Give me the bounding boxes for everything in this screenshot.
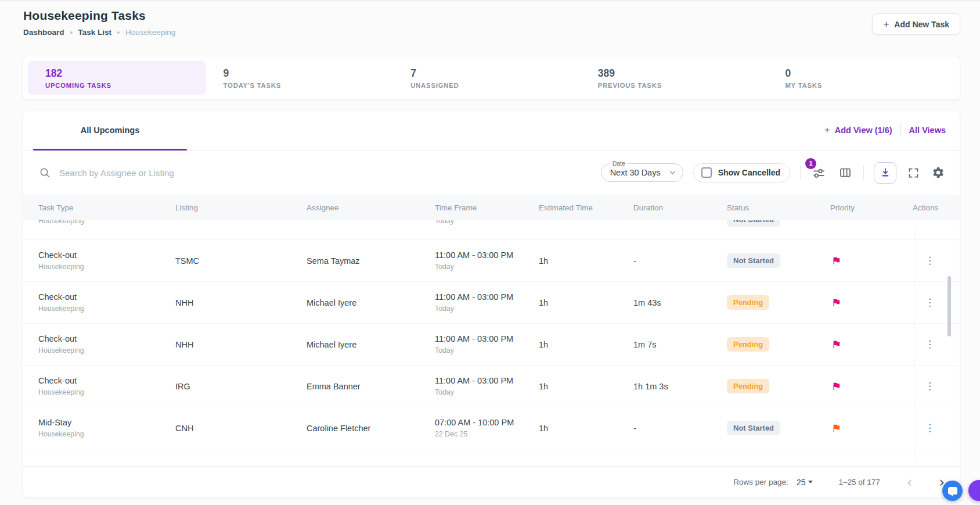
actions-cell: ⋮ — [899, 423, 960, 433]
status-cell: Not Started — [727, 253, 830, 268]
column-header[interactable]: Time Frame — [435, 203, 539, 212]
manage-columns-button[interactable] — [837, 164, 853, 181]
chat-launcher-button[interactable] — [942, 481, 963, 501]
table-row[interactable]: Mid-Stay Housekeeping CNH Caroline Fletc… — [23, 407, 960, 449]
settings-button[interactable] — [931, 165, 946, 180]
priority-cell — [830, 381, 899, 391]
priority-flag-icon[interactable] — [831, 339, 841, 349]
listing-cell: CNH — [175, 424, 307, 433]
stat-card[interactable]: 182 UPCOMING TASKS — [28, 61, 206, 95]
priority-cell — [830, 423, 899, 433]
stat-card[interactable]: 9 TODAY'S TASKS — [211, 56, 398, 99]
export-download-button[interactable] — [874, 162, 896, 184]
breadcrumb-separator — [117, 31, 120, 34]
gear-icon — [932, 166, 945, 179]
filters-button[interactable]: 1 — [810, 164, 827, 181]
priority-flag-icon[interactable] — [831, 256, 841, 266]
task-type-cell: Check-out Housekeeping — [38, 250, 175, 271]
page-title: Housekeeping Tasks — [23, 9, 175, 23]
status-cell: Pending — [727, 337, 830, 352]
rows-per-page-label: Rows per page: — [733, 478, 788, 486]
search-icon — [39, 167, 51, 178]
previous-page-button[interactable]: ‹ — [907, 475, 913, 489]
add-view-button[interactable]: + Add View (1/6) — [824, 125, 892, 135]
rows-per-page-value: 25 — [797, 478, 806, 487]
stats-bar: 182 UPCOMING TASKS 9 TODAY'S TASKS 7 UNA… — [23, 56, 960, 100]
column-header[interactable]: Estimated Time — [539, 203, 633, 212]
table-row[interactable]: Check-out Housekeeping NHH Michael Iyere… — [23, 282, 960, 324]
row-actions-menu-button[interactable]: ⋮ — [925, 381, 935, 391]
filter-count-badge: 1 — [805, 158, 816, 169]
table-row[interactable]: Check-out Housekeeping NHH Michael Iyere… — [23, 324, 960, 366]
status-cell: Pending — [727, 379, 830, 393]
column-header[interactable]: Priority — [830, 203, 899, 212]
time-frame-cell: 11:00 AM - 03:00 PM Today — [435, 334, 539, 354]
breadcrumb-dashboard[interactable]: Dashboard — [23, 28, 64, 37]
listing-cell: NHH — [175, 340, 307, 349]
duration-cell: - — [633, 256, 727, 266]
date-filter-label: Date — [610, 160, 628, 167]
table-scrollbar[interactable] — [947, 276, 951, 336]
fullscreen-button[interactable] — [906, 166, 921, 180]
show-cancelled-label: Show Cancelled — [718, 168, 780, 177]
row-actions-menu-button[interactable]: ⋮ — [925, 256, 935, 266]
add-new-task-button[interactable]: + Add New Task — [872, 13, 960, 35]
column-header[interactable]: Listing — [175, 203, 307, 212]
priority-flag-icon[interactable] — [831, 381, 841, 391]
stat-value: 7 — [410, 67, 585, 80]
side-launcher-button[interactable] — [968, 480, 980, 501]
row-actions-menu-button[interactable]: ⋮ — [925, 423, 935, 433]
listing-cell: NHH — [175, 298, 307, 307]
search-input[interactable] — [59, 168, 303, 178]
priority-flag-icon[interactable] — [831, 423, 841, 433]
actions-column-divider — [914, 220, 914, 466]
stat-label: TODAY'S TASKS — [224, 82, 398, 89]
show-cancelled-toggle[interactable]: Show Cancelled — [693, 163, 790, 182]
stat-card[interactable]: 7 UNASSIGNED — [398, 56, 585, 99]
priority-cell — [830, 339, 899, 349]
assignee-cell: Emma Banner — [307, 382, 435, 391]
column-header[interactable]: Status — [727, 203, 830, 212]
assignee-cell: Sema Taymaz — [307, 256, 435, 266]
date-filter-select[interactable]: Date Next 30 Days — [601, 163, 683, 182]
table-row-clipped[interactable]: Housekeeping Today Not Started — [23, 220, 960, 240]
estimated-time-cell: 1h — [539, 424, 633, 433]
status-badge: Pending — [727, 295, 769, 310]
actions-cell: ⋮ — [899, 339, 960, 349]
task-type-cell: Housekeeping — [38, 220, 175, 225]
row-actions-menu-button[interactable]: ⋮ — [925, 339, 935, 349]
breadcrumb: Dashboard Task List Housekeeping — [23, 28, 175, 37]
table-row[interactable]: Housekeeping Today Not Started — [23, 220, 960, 240]
row-actions-menu-button[interactable]: ⋮ — [925, 298, 935, 307]
table-row[interactable]: Check-out Housekeeping TSMC Sema Taymaz … — [23, 240, 960, 282]
breadcrumb-task-list[interactable]: Task List — [78, 28, 112, 37]
all-views-button[interactable]: All Views — [909, 126, 946, 135]
tab-all-upcomings[interactable]: All Upcomings — [33, 110, 187, 150]
stat-label: UNASSIGNED — [410, 82, 585, 89]
stat-value: 182 — [45, 67, 206, 80]
stat-card[interactable]: 389 PREVIOUS TASKS — [585, 56, 773, 99]
stat-card[interactable]: 0 MY TASKS — [772, 56, 960, 99]
task-type-cell: Mid-Stay Housekeeping — [38, 418, 175, 438]
column-header[interactable]: Actions — [899, 203, 961, 212]
estimated-time-cell: 1h — [539, 298, 633, 307]
rows-per-page-select[interactable]: 25 — [797, 478, 813, 487]
table-row[interactable]: Check-out Housekeeping IRG Emma Banner 1… — [23, 366, 960, 407]
priority-flag-icon[interactable] — [831, 298, 841, 307]
add-new-task-label: Add New Task — [894, 20, 949, 29]
table-body: Housekeeping Today Not Started Check-out… — [23, 220, 960, 466]
listing-cell: TSMC — [175, 256, 307, 266]
pagination-range: 1–25 of 177 — [838, 478, 880, 486]
priority-cell — [830, 256, 899, 266]
actions-cell: ⋮ — [899, 381, 960, 391]
column-header[interactable]: Assignee — [307, 203, 435, 212]
stat-value: 389 — [598, 67, 773, 80]
column-header[interactable]: Duration — [633, 203, 727, 212]
tabs-row: All Upcomings + Add View (1/6) All Views — [23, 110, 960, 151]
show-cancelled-checkbox[interactable] — [701, 167, 712, 178]
column-header[interactable]: Task Type — [38, 203, 175, 212]
stat-value: 9 — [224, 67, 398, 80]
status-badge: Not Started — [727, 253, 780, 268]
priority-cell — [830, 298, 899, 307]
divider — [900, 123, 901, 137]
